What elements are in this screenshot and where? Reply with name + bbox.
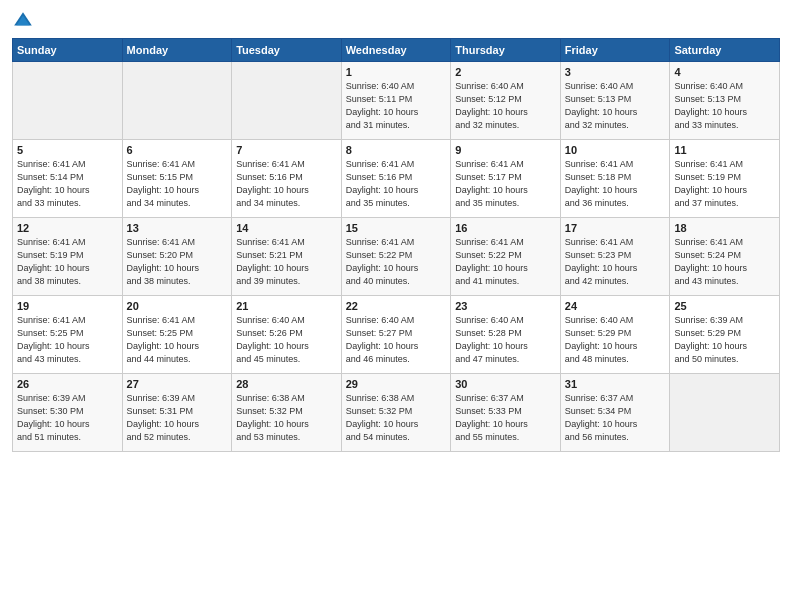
day-info: Sunrise: 6:39 AM Sunset: 5:29 PM Dayligh…	[674, 314, 775, 366]
day-cell: 31Sunrise: 6:37 AM Sunset: 5:34 PM Dayli…	[560, 374, 670, 452]
day-number: 24	[565, 300, 666, 312]
day-cell: 12Sunrise: 6:41 AM Sunset: 5:19 PM Dayli…	[13, 218, 123, 296]
day-cell: 6Sunrise: 6:41 AM Sunset: 5:15 PM Daylig…	[122, 140, 232, 218]
day-number: 19	[17, 300, 118, 312]
day-info: Sunrise: 6:41 AM Sunset: 5:25 PM Dayligh…	[17, 314, 118, 366]
day-number: 7	[236, 144, 337, 156]
day-info: Sunrise: 6:41 AM Sunset: 5:22 PM Dayligh…	[346, 236, 447, 288]
day-cell: 25Sunrise: 6:39 AM Sunset: 5:29 PM Dayli…	[670, 296, 780, 374]
day-info: Sunrise: 6:41 AM Sunset: 5:25 PM Dayligh…	[127, 314, 228, 366]
day-cell: 10Sunrise: 6:41 AM Sunset: 5:18 PM Dayli…	[560, 140, 670, 218]
day-cell: 9Sunrise: 6:41 AM Sunset: 5:17 PM Daylig…	[451, 140, 561, 218]
day-number: 27	[127, 378, 228, 390]
day-number: 21	[236, 300, 337, 312]
day-number: 3	[565, 66, 666, 78]
day-number: 30	[455, 378, 556, 390]
day-number: 1	[346, 66, 447, 78]
day-cell	[670, 374, 780, 452]
day-info: Sunrise: 6:38 AM Sunset: 5:32 PM Dayligh…	[236, 392, 337, 444]
day-number: 14	[236, 222, 337, 234]
day-info: Sunrise: 6:39 AM Sunset: 5:30 PM Dayligh…	[17, 392, 118, 444]
day-number: 9	[455, 144, 556, 156]
day-cell: 19Sunrise: 6:41 AM Sunset: 5:25 PM Dayli…	[13, 296, 123, 374]
day-header: Tuesday	[232, 39, 342, 62]
day-number: 11	[674, 144, 775, 156]
day-cell: 7Sunrise: 6:41 AM Sunset: 5:16 PM Daylig…	[232, 140, 342, 218]
day-number: 5	[17, 144, 118, 156]
day-cell: 4Sunrise: 6:40 AM Sunset: 5:13 PM Daylig…	[670, 62, 780, 140]
day-cell: 30Sunrise: 6:37 AM Sunset: 5:33 PM Dayli…	[451, 374, 561, 452]
day-info: Sunrise: 6:41 AM Sunset: 5:19 PM Dayligh…	[674, 158, 775, 210]
header	[12, 10, 780, 32]
day-cell: 3Sunrise: 6:40 AM Sunset: 5:13 PM Daylig…	[560, 62, 670, 140]
day-info: Sunrise: 6:37 AM Sunset: 5:34 PM Dayligh…	[565, 392, 666, 444]
day-info: Sunrise: 6:41 AM Sunset: 5:18 PM Dayligh…	[565, 158, 666, 210]
day-info: Sunrise: 6:41 AM Sunset: 5:23 PM Dayligh…	[565, 236, 666, 288]
day-header: Friday	[560, 39, 670, 62]
day-cell: 8Sunrise: 6:41 AM Sunset: 5:16 PM Daylig…	[341, 140, 451, 218]
day-number: 23	[455, 300, 556, 312]
day-number: 8	[346, 144, 447, 156]
header-row: SundayMondayTuesdayWednesdayThursdayFrid…	[13, 39, 780, 62]
day-cell: 11Sunrise: 6:41 AM Sunset: 5:19 PM Dayli…	[670, 140, 780, 218]
day-cell: 20Sunrise: 6:41 AM Sunset: 5:25 PM Dayli…	[122, 296, 232, 374]
day-info: Sunrise: 6:40 AM Sunset: 5:26 PM Dayligh…	[236, 314, 337, 366]
day-info: Sunrise: 6:41 AM Sunset: 5:16 PM Dayligh…	[236, 158, 337, 210]
day-cell: 28Sunrise: 6:38 AM Sunset: 5:32 PM Dayli…	[232, 374, 342, 452]
day-number: 10	[565, 144, 666, 156]
day-cell: 26Sunrise: 6:39 AM Sunset: 5:30 PM Dayli…	[13, 374, 123, 452]
day-header: Sunday	[13, 39, 123, 62]
day-cell: 21Sunrise: 6:40 AM Sunset: 5:26 PM Dayli…	[232, 296, 342, 374]
day-header: Thursday	[451, 39, 561, 62]
day-info: Sunrise: 6:41 AM Sunset: 5:14 PM Dayligh…	[17, 158, 118, 210]
day-cell: 14Sunrise: 6:41 AM Sunset: 5:21 PM Dayli…	[232, 218, 342, 296]
day-header: Wednesday	[341, 39, 451, 62]
day-info: Sunrise: 6:41 AM Sunset: 5:19 PM Dayligh…	[17, 236, 118, 288]
day-cell: 2Sunrise: 6:40 AM Sunset: 5:12 PM Daylig…	[451, 62, 561, 140]
day-number: 31	[565, 378, 666, 390]
day-info: Sunrise: 6:40 AM Sunset: 5:12 PM Dayligh…	[455, 80, 556, 132]
day-info: Sunrise: 6:41 AM Sunset: 5:15 PM Dayligh…	[127, 158, 228, 210]
day-info: Sunrise: 6:41 AM Sunset: 5:17 PM Dayligh…	[455, 158, 556, 210]
day-number: 20	[127, 300, 228, 312]
day-info: Sunrise: 6:41 AM Sunset: 5:24 PM Dayligh…	[674, 236, 775, 288]
logo-icon	[12, 10, 34, 32]
day-cell: 16Sunrise: 6:41 AM Sunset: 5:22 PM Dayli…	[451, 218, 561, 296]
day-cell: 17Sunrise: 6:41 AM Sunset: 5:23 PM Dayli…	[560, 218, 670, 296]
day-number: 22	[346, 300, 447, 312]
day-number: 18	[674, 222, 775, 234]
day-info: Sunrise: 6:41 AM Sunset: 5:21 PM Dayligh…	[236, 236, 337, 288]
day-info: Sunrise: 6:40 AM Sunset: 5:11 PM Dayligh…	[346, 80, 447, 132]
day-number: 26	[17, 378, 118, 390]
day-info: Sunrise: 6:41 AM Sunset: 5:16 PM Dayligh…	[346, 158, 447, 210]
day-cell: 15Sunrise: 6:41 AM Sunset: 5:22 PM Dayli…	[341, 218, 451, 296]
day-number: 25	[674, 300, 775, 312]
day-number: 17	[565, 222, 666, 234]
day-header: Monday	[122, 39, 232, 62]
day-number: 13	[127, 222, 228, 234]
week-row: 12Sunrise: 6:41 AM Sunset: 5:19 PM Dayli…	[13, 218, 780, 296]
day-header: Saturday	[670, 39, 780, 62]
day-info: Sunrise: 6:40 AM Sunset: 5:28 PM Dayligh…	[455, 314, 556, 366]
day-info: Sunrise: 6:41 AM Sunset: 5:22 PM Dayligh…	[455, 236, 556, 288]
day-number: 4	[674, 66, 775, 78]
week-row: 5Sunrise: 6:41 AM Sunset: 5:14 PM Daylig…	[13, 140, 780, 218]
day-cell: 24Sunrise: 6:40 AM Sunset: 5:29 PM Dayli…	[560, 296, 670, 374]
logo	[12, 10, 38, 32]
day-number: 28	[236, 378, 337, 390]
day-info: Sunrise: 6:38 AM Sunset: 5:32 PM Dayligh…	[346, 392, 447, 444]
day-cell	[13, 62, 123, 140]
day-number: 15	[346, 222, 447, 234]
week-row: 19Sunrise: 6:41 AM Sunset: 5:25 PM Dayli…	[13, 296, 780, 374]
week-row: 26Sunrise: 6:39 AM Sunset: 5:30 PM Dayli…	[13, 374, 780, 452]
day-cell: 23Sunrise: 6:40 AM Sunset: 5:28 PM Dayli…	[451, 296, 561, 374]
day-info: Sunrise: 6:40 AM Sunset: 5:27 PM Dayligh…	[346, 314, 447, 366]
day-cell: 1Sunrise: 6:40 AM Sunset: 5:11 PM Daylig…	[341, 62, 451, 140]
day-cell	[122, 62, 232, 140]
day-cell: 18Sunrise: 6:41 AM Sunset: 5:24 PM Dayli…	[670, 218, 780, 296]
day-cell: 27Sunrise: 6:39 AM Sunset: 5:31 PM Dayli…	[122, 374, 232, 452]
day-number: 6	[127, 144, 228, 156]
day-info: Sunrise: 6:40 AM Sunset: 5:13 PM Dayligh…	[674, 80, 775, 132]
day-info: Sunrise: 6:41 AM Sunset: 5:20 PM Dayligh…	[127, 236, 228, 288]
day-cell: 13Sunrise: 6:41 AM Sunset: 5:20 PM Dayli…	[122, 218, 232, 296]
